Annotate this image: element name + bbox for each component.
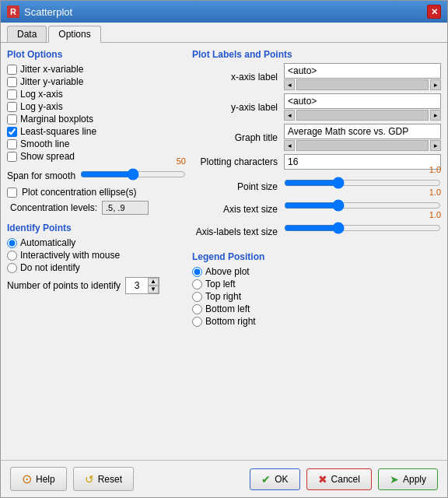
legend-bottom-left-radio[interactable] <box>192 304 202 314</box>
apply-button[interactable]: ➤ Apply <box>378 468 438 490</box>
x-axis-input[interactable] <box>284 63 441 79</box>
title-bar: R Scatterplot ✕ <box>1 1 447 23</box>
cancel-label: Cancel <box>331 474 360 485</box>
smooth-line-label: Smooth line <box>20 139 69 149</box>
y-axis-input[interactable] <box>284 93 441 109</box>
point-size-slider[interactable] <box>284 176 441 190</box>
legend-top-left-radio[interactable] <box>192 279 202 289</box>
y-axis-scroll-left[interactable]: ◂ <box>284 110 295 121</box>
axis-labels-text-size-slider[interactable] <box>284 221 441 235</box>
point-size-slider-container: 1.0 <box>284 176 441 192</box>
axis-text-size-slider-container: 1.0 <box>284 198 441 215</box>
concentration-ellipse-label: Plot concentration ellipse(s) <box>22 187 136 198</box>
log-y-checkbox[interactable] <box>7 102 17 112</box>
x-axis-scroll-track[interactable] <box>296 79 429 90</box>
help-icon: ⊙ <box>22 472 32 486</box>
log-x-label: Log x-axis <box>20 89 63 100</box>
spinner-buttons: ▲ ▼ <box>148 278 159 293</box>
point-size-value: 1.0 <box>429 165 441 174</box>
axis-labels-text-size-row: Axis-labels text size 1.0 <box>192 221 441 237</box>
y-axis-scroll-track[interactable] <box>296 110 429 121</box>
ok-button[interactable]: ✔ OK <box>250 468 299 490</box>
tab-data[interactable]: Data <box>7 26 47 42</box>
apply-icon: ➤ <box>390 473 399 486</box>
graph-title-scroll-right[interactable]: ▸ <box>430 140 441 151</box>
plotting-chars-input[interactable] <box>284 154 441 170</box>
identify-auto-row: Automatically <box>7 237 186 249</box>
reset-button[interactable]: ↺ Reset <box>73 467 134 491</box>
identify-mouse-label: Interactively with mouse <box>20 250 120 261</box>
graph-title-scrollbar: ◂ ▸ <box>284 140 441 151</box>
log-x-checkbox[interactable] <box>7 89 17 100</box>
help-button[interactable]: ⊙ Help <box>10 467 67 491</box>
plot-options-title: Plot Options <box>7 49 186 60</box>
tab-options[interactable]: Options <box>48 26 100 43</box>
plotting-chars-row: Plotting characters <box>192 154 441 170</box>
graph-title-scroll-left[interactable]: ◂ <box>284 140 295 151</box>
x-axis-scroll-left[interactable]: ◂ <box>284 79 295 90</box>
legend-bottom-right-radio[interactable] <box>192 317 202 327</box>
concentration-levels-input[interactable] <box>102 201 149 215</box>
legend-top-left-row: Top left <box>192 278 441 290</box>
main-window: R Scatterplot ✕ Data Options Plot Option… <box>0 0 448 498</box>
axis-text-size-slider[interactable] <box>284 198 441 212</box>
least-squares-checkbox[interactable] <box>7 127 17 137</box>
axis-labels-text-size-slider-container: 1.0 <box>284 221 441 237</box>
axis-text-size-value: 1.0 <box>429 188 441 197</box>
jitter-x-row: Jitter x-variable <box>7 63 186 75</box>
cancel-button[interactable]: ✖ Cancel <box>306 468 372 490</box>
left-panel: Plot Options Jitter x-variable Jitter y-… <box>7 49 186 454</box>
axis-labels-text-size-value: 1.0 <box>429 210 441 219</box>
x-axis-scrollbar: ◂ ▸ <box>284 79 441 90</box>
r-icon: R <box>7 5 19 18</box>
show-spread-checkbox[interactable] <box>7 152 17 162</box>
identify-none-radio[interactable] <box>7 263 17 273</box>
show-spread-label: Show spread <box>20 151 75 162</box>
smooth-line-row: Smooth line <box>7 138 186 150</box>
legend-above-radio[interactable] <box>192 267 202 277</box>
legend-section-title: Legend Position <box>192 251 441 262</box>
num-points-input[interactable] <box>126 280 148 291</box>
concentration-ellipse-checkbox[interactable] <box>7 188 17 198</box>
log-y-row: Log y-axis <box>7 100 186 113</box>
right-panel: Plot Labels and Points x-axis label ◂ ▸ <box>192 49 441 454</box>
num-points-spinner: ▲ ▼ <box>125 277 159 294</box>
plotting-chars-label-text: Plotting characters <box>192 156 278 167</box>
marginal-boxplots-checkbox[interactable] <box>7 114 17 124</box>
identify-mouse-row: Interactively with mouse <box>7 249 186 261</box>
legend-bottom-left-label: Bottom left <box>205 303 250 314</box>
span-slider[interactable] <box>80 167 186 181</box>
graph-title-input[interactable] <box>284 124 441 139</box>
jitter-y-checkbox[interactable] <box>7 77 17 87</box>
spinner-up-button[interactable]: ▲ <box>148 278 159 286</box>
identify-mouse-radio[interactable] <box>7 251 17 261</box>
y-axis-scroll-right[interactable]: ▸ <box>430 110 441 121</box>
x-axis-scroll-right[interactable]: ▸ <box>430 79 441 90</box>
span-value: 50 <box>177 156 186 166</box>
apply-label: Apply <box>403 474 426 485</box>
legend-bottom-right-label: Bottom right <box>205 316 256 327</box>
legend-top-right-radio[interactable] <box>192 292 202 302</box>
smooth-line-checkbox[interactable] <box>7 139 17 149</box>
jitter-x-checkbox[interactable] <box>7 65 17 75</box>
ok-icon: ✔ <box>261 473 271 486</box>
log-y-label: Log y-axis <box>20 101 63 112</box>
point-size-row: Point size 1.0 <box>192 176 441 192</box>
point-size-label-text: Point size <box>192 181 278 192</box>
plot-labels-title: Plot Labels and Points <box>192 49 441 60</box>
legend-above-label: Above plot <box>205 266 250 277</box>
identify-none-row: Do not identify <box>7 261 186 274</box>
y-axis-label-text: y-axis label <box>192 102 278 113</box>
axis-labels-text-size-label-text: Axis-labels text size <box>192 226 278 237</box>
spinner-down-button[interactable]: ▼ <box>148 286 159 293</box>
footer-right: ✔ OK ✖ Cancel ➤ Apply <box>250 468 438 490</box>
ok-label: OK <box>275 474 288 485</box>
close-button[interactable]: ✕ <box>427 5 441 19</box>
graph-title-scroll-track[interactable] <box>296 140 429 151</box>
reset-icon: ↺ <box>85 473 94 486</box>
help-label: Help <box>36 474 55 485</box>
x-axis-label-text: x-axis label <box>192 72 278 82</box>
marginal-boxplots-row: Marginal boxplots <box>7 113 186 125</box>
identify-auto-radio[interactable] <box>7 238 17 248</box>
y-axis-scrollbar: ◂ ▸ <box>284 110 441 121</box>
